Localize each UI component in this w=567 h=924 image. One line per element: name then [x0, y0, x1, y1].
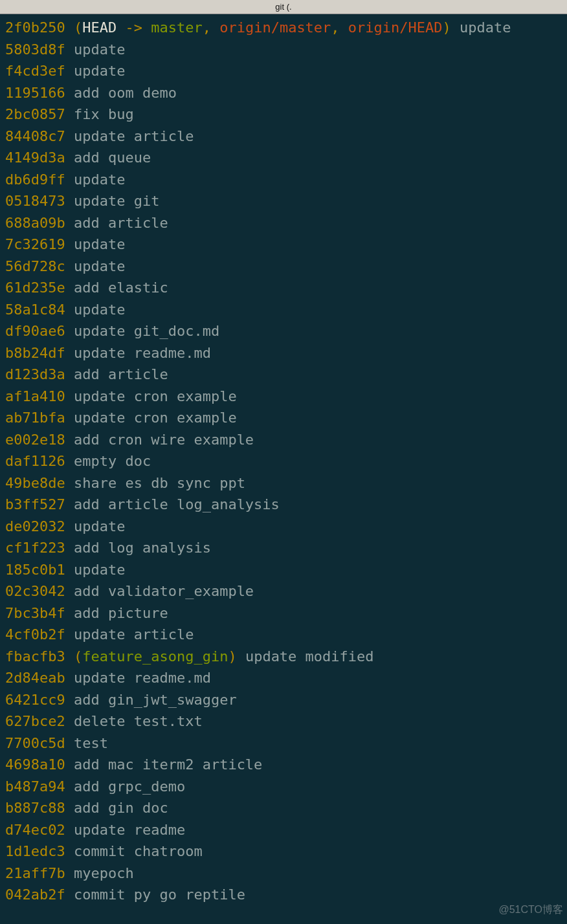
commit-message: update readme.md	[74, 670, 211, 686]
ref-close-paren: )	[443, 19, 451, 36]
commit-message: add cron wire example	[74, 432, 254, 448]
commit-message: update readme.md	[74, 345, 211, 361]
git-log-line[interactable]: f4cd3ef update	[5, 60, 562, 82]
commit-hash: 4149d3a	[5, 149, 65, 166]
git-log-line[interactable]: b887c88 add gin doc	[5, 797, 562, 819]
commit-message: update git	[74, 193, 159, 209]
git-log-line[interactable]: b3ff527 add article log_analysis	[5, 494, 562, 516]
git-log-line[interactable]: 1195166 add oom demo	[5, 82, 562, 104]
git-log-line[interactable]: 7700c5d test	[5, 732, 562, 754]
git-log-line[interactable]: 688a09b add article	[5, 212, 562, 234]
commit-hash: 4cf0b2f	[5, 626, 65, 643]
commit-hash: 6421cc9	[5, 692, 65, 708]
git-log-line[interactable]: af1a410 update cron example	[5, 386, 562, 408]
commit-hash: 2d84eab	[5, 670, 65, 686]
commit-hash: b487a94	[5, 778, 65, 795]
remote-branch-ref: origin/HEAD	[348, 19, 443, 36]
commit-hash: 2bc0857	[5, 106, 65, 122]
terminal-output[interactable]: 2f0b250 (HEAD -> master, origin/master, …	[0, 14, 567, 908]
git-log-line[interactable]: 58a1c84 update	[5, 299, 562, 321]
commit-message: update	[74, 562, 125, 578]
commit-hash: ab71bfa	[5, 410, 65, 426]
commit-hash: e002e18	[5, 432, 65, 448]
commit-message: update git_doc.md	[74, 323, 219, 339]
commit-message: update	[74, 236, 125, 252]
git-log-line[interactable]: 185c0b1 update	[5, 559, 562, 581]
commit-hash: 042ab2f	[5, 886, 65, 903]
commit-hash: 0518473	[5, 193, 65, 209]
commit-message: update	[74, 63, 125, 79]
git-log-line[interactable]: 2bc0857 fix bug	[5, 104, 562, 126]
commit-hash: fbacfb3	[5, 648, 65, 665]
commit-hash: 02c3042	[5, 583, 65, 599]
commit-message: update	[74, 518, 125, 534]
commit-hash: af1a410	[5, 388, 65, 404]
commit-message: add gin_jwt_swagger	[74, 692, 237, 708]
commit-hash: 61d235e	[5, 280, 65, 296]
git-log-line[interactable]: 7bc3b4f add picture	[5, 602, 562, 624]
commit-message: fix bug	[74, 106, 134, 122]
git-log-line[interactable]: 49be8de share es db sync ppt	[5, 472, 562, 494]
git-log-line[interactable]: 0518473 update git	[5, 190, 562, 212]
git-log-line[interactable]: 5803d8f update	[5, 39, 562, 61]
git-log-line[interactable]: fbacfb3 (feature_asong_gin) update modif…	[5, 646, 562, 668]
commit-message: delete test.txt	[74, 713, 203, 729]
commit-message: update	[74, 41, 125, 58]
git-log-line[interactable]: df90ae6 update git_doc.md	[5, 320, 562, 342]
git-log-line[interactable]: d123d3a add article	[5, 364, 562, 386]
git-log-line[interactable]: cf1f223 add log analysis	[5, 537, 562, 559]
git-log-line[interactable]: b487a94 add grpc_demo	[5, 776, 562, 798]
commit-hash: d123d3a	[5, 366, 65, 382]
commit-hash: df90ae6	[5, 323, 65, 339]
git-log-line[interactable]: d74ec02 update readme	[5, 819, 562, 841]
git-log-line[interactable]: 56d728c update	[5, 256, 562, 278]
commit-message: update modified	[245, 648, 374, 665]
commit-message: add article	[74, 366, 168, 382]
commit-hash: 58a1c84	[5, 302, 65, 318]
commit-message: add queue	[74, 149, 151, 166]
commit-message: add article	[74, 215, 168, 231]
commit-hash: b3ff527	[5, 496, 65, 512]
commit-hash: cf1f223	[5, 540, 65, 556]
commit-message: update	[74, 171, 125, 188]
ref-separator: ,	[203, 19, 220, 36]
git-log-line[interactable]: 4cf0b2f update article	[5, 624, 562, 646]
git-log-line[interactable]: 61d235e add elastic	[5, 277, 562, 299]
git-log-line[interactable]: 042ab2f commit py go reptile	[5, 884, 562, 906]
git-log-line[interactable]: ab71bfa update cron example	[5, 407, 562, 429]
commit-message: commit py go reptile	[74, 886, 245, 903]
git-log-line[interactable]: 1d1edc3 commit chatroom	[5, 841, 562, 863]
commit-hash: 7c32619	[5, 236, 65, 252]
git-log-line[interactable]: 4698a10 add mac iterm2 article	[5, 754, 562, 776]
git-log-line[interactable]: 4149d3a add queue	[5, 147, 562, 169]
git-log-line[interactable]: 7c32619 update	[5, 234, 562, 256]
git-log-line[interactable]: 21aff7b myepoch	[5, 863, 562, 885]
git-log-line[interactable]: de02032 update	[5, 516, 562, 538]
commit-hash: 4698a10	[5, 756, 65, 773]
git-log-line[interactable]: 2d84eab update readme.md	[5, 667, 562, 689]
commit-hash: de02032	[5, 518, 65, 534]
git-log-line[interactable]: 627bce2 delete test.txt	[5, 710, 562, 732]
commit-hash: 56d728c	[5, 258, 65, 274]
commit-message: commit chatroom	[74, 843, 203, 859]
git-log-line[interactable]: 6421cc9 add gin_jwt_swagger	[5, 689, 562, 711]
commit-message: add picture	[74, 605, 168, 621]
commit-hash: 21aff7b	[5, 865, 65, 881]
commit-hash: 688a09b	[5, 215, 65, 231]
git-log-line[interactable]: db6d9ff update	[5, 169, 562, 191]
git-log-line[interactable]: e002e18 add cron wire example	[5, 429, 562, 451]
ref-open-paren: (	[74, 19, 82, 36]
commit-message: empty doc	[74, 453, 151, 469]
commit-message: update cron example	[74, 388, 237, 404]
commit-message: update cron example	[74, 410, 237, 426]
git-log-line[interactable]: 84408c7 update article	[5, 126, 562, 148]
git-log-line[interactable]: 2f0b250 (HEAD -> master, origin/master, …	[5, 17, 562, 39]
local-branch-ref: master	[151, 19, 202, 36]
commit-message: update	[74, 302, 125, 318]
git-log-line[interactable]: b8b24df update readme.md	[5, 342, 562, 364]
commit-message: update	[460, 19, 511, 36]
git-log-line[interactable]: 02c3042 add validator_example	[5, 580, 562, 602]
commit-message: update	[74, 258, 125, 274]
git-log-line[interactable]: daf1126 empty doc	[5, 450, 562, 472]
commit-hash: b8b24df	[5, 345, 65, 361]
